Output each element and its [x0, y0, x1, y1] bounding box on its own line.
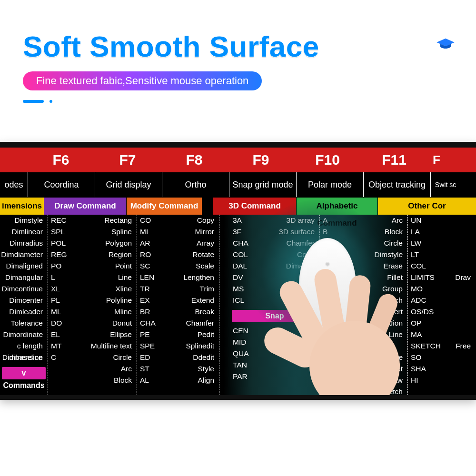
cmd-long: Donut [76, 317, 137, 329]
cmd-short: COL [408, 260, 448, 272]
cmd-long [448, 249, 476, 260]
cmd-long: Lengthen [164, 272, 219, 283]
cmd-long: Array [164, 238, 219, 249]
cmd-long: Drav [448, 272, 476, 283]
snap-item: MID [230, 337, 261, 348]
cmd-short: OP [408, 317, 448, 329]
cmd-long: 3D array [258, 215, 319, 226]
cmd-short: ST [137, 363, 164, 375]
cmd-short: 3A [230, 215, 258, 226]
fkey: F9 [228, 148, 294, 172]
cmd-long: Break [164, 306, 219, 317]
cmd-long [448, 283, 476, 295]
cmd-long [448, 352, 476, 363]
accent-dot [50, 100, 52, 103]
fkey: F8 [161, 148, 228, 172]
cmd-label: Dimcontinue [0, 283, 48, 295]
cmd-short [48, 363, 76, 375]
cmd-long: Spline [76, 226, 137, 238]
cmd-long [448, 329, 476, 340]
snap-item: CEN [230, 325, 261, 337]
cmd-label: Dimdiameter [0, 249, 48, 260]
cmd-long [448, 306, 476, 317]
cmd-short: MA [408, 329, 448, 340]
cmd-long: Align [164, 375, 219, 386]
cmd-short: OS/DS [408, 306, 448, 317]
cmd-label: Tolerance [0, 317, 48, 329]
cmd-long: Polygon [76, 238, 137, 249]
cmd-short: MS [230, 283, 258, 295]
cmd-short: L [48, 272, 76, 283]
cmd-short: LW [408, 238, 448, 249]
cmd-long [448, 375, 476, 386]
cmd-long: Rectang [76, 215, 137, 226]
cmd-short: CHA [137, 317, 164, 329]
cmd-label: Dimangular [0, 272, 48, 283]
cmd-long: Style [164, 363, 219, 375]
cmd-short: LA [408, 226, 448, 238]
cmd-long: Mline [76, 306, 137, 317]
cmd-long: Copy [164, 215, 219, 226]
cmd-long: Point [76, 260, 137, 272]
cmd-short [320, 375, 339, 386]
cmd-long: Extend [164, 295, 219, 306]
mouse-illustration [299, 238, 356, 333]
fkey: F6 [28, 148, 94, 172]
fdesc: Snap grid mode [229, 172, 297, 197]
cmd-short: L [320, 340, 339, 352]
cmd-short: 3F [230, 226, 258, 238]
cmd-long: Redraw [339, 375, 407, 386]
cmd-short: SKETCH [408, 340, 448, 352]
fkey: F7 [94, 148, 161, 172]
cmd-short: DV [230, 272, 258, 283]
cmd-short: DAL [230, 260, 258, 272]
cmd-label: Dimaligned [0, 260, 48, 272]
cmd-long: Circle [76, 352, 137, 363]
cmd-short: SPL [48, 226, 76, 238]
cmd-short: SPE [137, 340, 164, 352]
accent-dash [23, 100, 44, 103]
cmd-short: HI [408, 375, 448, 386]
cmd-label: Dimordinate [0, 329, 48, 340]
cmd-long: Arc [339, 215, 407, 226]
cmd-long: Ddedit [164, 352, 219, 363]
mousepad-panel: F6 F7 F8 F9 F10 F11 F odes Coordina Grid… [0, 142, 476, 400]
cmd-short: RO [137, 249, 164, 260]
cmd-short: EX [137, 295, 164, 306]
cmd-label: Dimbaseline [0, 352, 48, 363]
cmd-short: PL [48, 295, 76, 306]
page-title: Soft Smooth Surface [23, 30, 319, 63]
section-commands: v Commands [2, 367, 46, 379]
cmd-short: ICL [230, 295, 258, 306]
cmd-long [448, 260, 476, 272]
cmd-long: Pedit [164, 329, 219, 340]
cmd-short: M [320, 352, 339, 363]
cmd-short: CHA [230, 238, 258, 249]
cmd-long: Line [339, 329, 407, 340]
cmd-long [448, 295, 476, 306]
snap-item: TAN [230, 359, 261, 371]
cmd-label: c length dimension [0, 340, 48, 352]
cmd-short: REG [48, 249, 76, 260]
col-draw: RECRectangSPLSplinePOLPolygonREGRegionPO… [48, 215, 137, 397]
cmd-short: CO [137, 215, 164, 226]
cmd-long: Chamfer [164, 317, 219, 329]
cat-other: Other Cor [378, 198, 476, 215]
cmd-short: C [48, 352, 76, 363]
cmd-short: ED [137, 352, 164, 363]
cmd-long: Move [339, 352, 407, 363]
cmd-short: UN [408, 215, 448, 226]
cmd-short: PO [48, 260, 76, 272]
cmd-short: XL [48, 283, 76, 295]
cmd-short: POL [48, 238, 76, 249]
cmd-short: SC [137, 260, 164, 272]
cmd-short: ML [48, 306, 76, 317]
col-dimensions: DimstyleDimlinearDimradiusDimdiameterDim… [0, 215, 48, 397]
cmd-short: MT [48, 340, 76, 352]
cmd-short: ADC [408, 295, 448, 306]
cmd-long: Circle [339, 238, 407, 249]
page-subtitle: Fine textured fabic,Sensitive mouse oper… [23, 71, 262, 90]
function-desc-row: odes Coordina Grid display Ortho Snap gr… [0, 172, 476, 198]
cmd-short: BR [137, 306, 164, 317]
cmd-short: COL [230, 249, 258, 260]
